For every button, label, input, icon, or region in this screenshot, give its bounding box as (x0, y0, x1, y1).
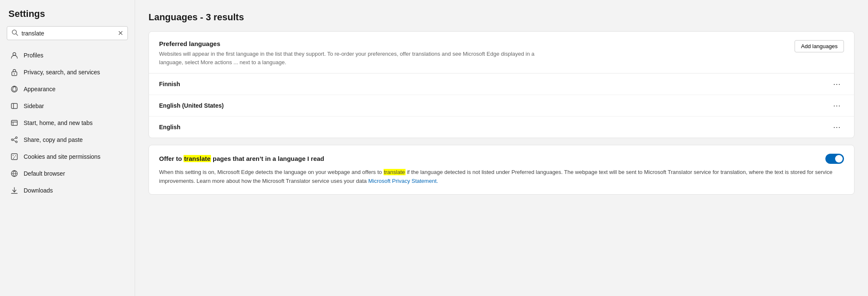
sidebar-title: Settings (0, 8, 135, 26)
download-icon (10, 186, 19, 195)
search-icon (11, 29, 18, 37)
svg-point-4 (14, 73, 15, 74)
sidebar-item-sidebar-label: Sidebar (24, 103, 44, 109)
language-row-english: English ⋯ (149, 117, 854, 138)
sidebar-item-cookies[interactable]: Cookies and site permissions (2, 148, 133, 165)
search-box: ✕ (7, 26, 128, 40)
sidebar-item-default-browser-label: Default browser (24, 170, 65, 177)
language-name-english: English (159, 124, 181, 130)
offer-translate-title-highlight: translate (184, 155, 211, 162)
sidebar-icon (10, 102, 19, 110)
translate-desc-highlight: translate (384, 169, 406, 175)
language-more-button-finnish[interactable]: ⋯ (830, 79, 844, 89)
svg-point-13 (11, 139, 13, 141)
sidebar-nav: Profiles Privacy, search, and services (0, 47, 135, 199)
svg-line-14 (13, 138, 16, 139)
sidebar-item-appearance-label: Appearance (24, 86, 56, 92)
language-more-button-english[interactable]: ⋯ (830, 122, 844, 132)
share-icon (10, 136, 19, 144)
profile-icon (10, 51, 19, 60)
sidebar-item-start-home[interactable]: Start, home, and new tabs (2, 114, 133, 131)
svg-rect-6 (11, 103, 17, 109)
preferred-languages-card: Preferred languages Websites will appear… (149, 31, 854, 138)
svg-point-12 (16, 141, 17, 143)
main-content: Languages - 3 results Preferred language… (135, 0, 868, 296)
sidebar-item-share-copy[interactable]: Share, copy and paste (2, 131, 133, 148)
add-languages-button[interactable]: Add languages (795, 40, 844, 52)
cookies-icon (10, 152, 19, 161)
offer-translate-title-after: pages that aren’t in a language I read (211, 155, 324, 162)
sidebar: Settings ✕ Profiles (0, 0, 135, 296)
language-name-finnish: Finnish (159, 81, 180, 87)
sidebar-item-privacy[interactable]: Privacy, search, and services (2, 64, 133, 81)
svg-line-1 (16, 34, 18, 35)
language-row-finnish: Finnish ⋯ (149, 73, 854, 95)
sidebar-item-default-browser[interactable]: Default browser (2, 165, 133, 182)
svg-rect-8 (11, 120, 17, 125)
privacy-link[interactable]: Microsoft Privacy Statement. (368, 178, 438, 184)
svg-point-19 (15, 155, 16, 156)
language-row-english-us: English (United States) ⋯ (149, 95, 854, 117)
language-name-english-us: English (United States) (159, 102, 224, 109)
offer-translate-desc: When this setting is on, Microsoft Edge … (159, 168, 844, 186)
clear-search-icon[interactable]: ✕ (118, 30, 123, 37)
svg-point-20 (13, 158, 14, 159)
sidebar-item-start-home-label: Start, home, and new tabs (24, 119, 92, 126)
preferred-languages-title: Preferred languages (159, 40, 539, 47)
browser-icon (10, 169, 19, 178)
offer-translate-header: Offer to translate pages that aren’t in … (159, 154, 844, 164)
toggle-knob (835, 155, 843, 163)
sidebar-item-downloads-label: Downloads (24, 187, 53, 194)
sidebar-item-privacy-label: Privacy, search, and services (24, 69, 100, 76)
page-title: Languages - 3 results (149, 12, 854, 23)
translate-desc-before: When this setting is on, Microsoft Edge … (159, 169, 384, 175)
preferred-languages-header: Preferred languages Websites will appear… (149, 32, 854, 73)
svg-point-11 (16, 137, 17, 138)
sidebar-item-cookies-label: Cookies and site permissions (24, 153, 100, 160)
sidebar-item-share-label: Share, copy and paste (24, 136, 83, 143)
offer-translate-title-before: Offer to (159, 155, 184, 162)
sidebar-item-profiles-label: Profiles (24, 52, 43, 59)
appearance-icon (10, 85, 19, 93)
svg-point-17 (13, 155, 14, 156)
offer-translate-title: Offer to translate pages that aren’t in … (159, 154, 324, 164)
sidebar-item-sidebar[interactable]: Sidebar (2, 98, 133, 114)
offer-translate-card: Offer to translate pages that aren’t in … (149, 145, 854, 195)
search-input[interactable] (22, 30, 114, 37)
home-icon (10, 119, 19, 127)
preferred-languages-desc: Websites will appear in the first langua… (159, 50, 539, 66)
sidebar-item-profiles[interactable]: Profiles (2, 47, 133, 64)
svg-point-18 (14, 157, 15, 158)
sidebar-item-appearance[interactable]: Appearance (2, 81, 133, 98)
language-more-button-english-us[interactable]: ⋯ (830, 101, 844, 110)
svg-line-15 (13, 140, 16, 141)
sidebar-item-downloads[interactable]: Downloads (2, 182, 133, 199)
lock-icon (10, 68, 19, 76)
offer-translate-toggle[interactable] (825, 154, 844, 164)
